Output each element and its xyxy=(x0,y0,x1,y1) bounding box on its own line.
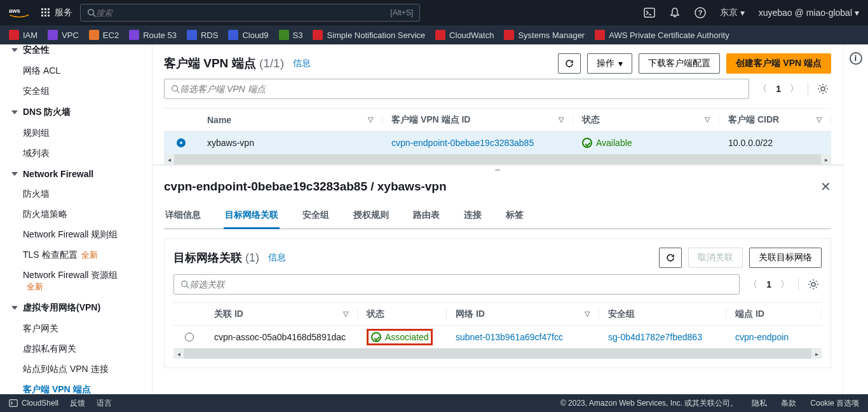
row-radio[interactable] xyxy=(177,138,186,147)
horizontal-scrollbar[interactable]: ◂▸ xyxy=(173,349,822,359)
tab[interactable]: 授权规则 xyxy=(352,203,390,229)
language-link[interactable]: 语言 xyxy=(97,398,112,409)
close-detail-button[interactable]: ✕ xyxy=(820,179,831,194)
cloudshell-icon[interactable] xyxy=(644,7,655,18)
sidebar-item[interactable]: 网络 ACL xyxy=(0,61,152,81)
service-link[interactable]: S3 xyxy=(279,30,303,40)
horizontal-scrollbar[interactable]: ◂▸ xyxy=(164,154,831,164)
gear-icon xyxy=(817,83,829,95)
sidebar-group-header[interactable]: Network Firewall xyxy=(0,164,152,184)
svg-rect-8 xyxy=(44,15,46,17)
cell-security-group[interactable]: sg-0b4d1782e7fbed863 xyxy=(599,332,726,342)
svg-rect-1 xyxy=(41,8,43,10)
filter-endpoints[interactable] xyxy=(164,79,749,99)
prev-page-button[interactable]: 〈 xyxy=(756,81,770,97)
table-row[interactable]: cvpn-assoc-05a0b4168d5891dac Associated … xyxy=(173,326,822,349)
row-radio[interactable] xyxy=(185,333,194,342)
sidebar-group-header[interactable]: 安全性 xyxy=(0,44,152,61)
sidebar-item[interactable]: 虚拟私有网关 xyxy=(0,339,152,359)
sidebar-item[interactable]: 防火墙 xyxy=(0,184,152,204)
tab[interactable]: 目标网络关联 xyxy=(224,203,280,229)
refresh-button[interactable] xyxy=(659,248,682,268)
service-icon xyxy=(595,30,605,40)
sidebar-item[interactable]: 安全组 xyxy=(0,81,152,102)
service-link[interactable]: Route 53 xyxy=(129,30,177,40)
sidebar-item[interactable]: Network Firewall 规则组 xyxy=(0,225,152,245)
sidebar-item[interactable]: 规则组 xyxy=(0,123,152,143)
tab[interactable]: 连接 xyxy=(463,203,483,229)
sidebar-item[interactable]: TLS 检查配置全新 xyxy=(0,245,152,265)
filter-input[interactable] xyxy=(180,84,742,94)
col-security-group[interactable]: 安全组 xyxy=(599,309,726,320)
create-endpoint-button[interactable]: 创建客户端 VPN 端点 xyxy=(726,53,831,74)
aws-logo[interactable]: aws xyxy=(9,7,29,19)
sidebar-item[interactable]: 客户网关 xyxy=(0,319,152,339)
next-page-button[interactable]: 〉 xyxy=(787,81,801,97)
terms-link[interactable]: 条款 xyxy=(781,398,796,409)
service-link[interactable]: AWS Private Certificate Authority xyxy=(595,30,729,40)
col-state[interactable]: 状态▽ xyxy=(573,114,719,126)
cell-endpoint-id[interactable]: cvpn-endpoint-0bebae19c3283ab85 xyxy=(383,138,573,148)
cloudshell-button[interactable]: CloudShell xyxy=(9,399,58,408)
sidebar-item[interactable]: 站点到站点 VPN 连接 xyxy=(0,359,152,380)
notifications-icon[interactable] xyxy=(669,7,681,18)
table-settings-button[interactable] xyxy=(815,81,831,97)
footer: CloudShell 反馈 语言 © 2023, Amazon Web Serv… xyxy=(0,394,868,412)
service-link[interactable]: EC2 xyxy=(89,30,119,40)
search-input[interactable] xyxy=(96,8,390,18)
service-link[interactable]: IAM xyxy=(9,30,37,40)
search-icon xyxy=(171,84,180,93)
service-link[interactable]: CloudWatch xyxy=(435,30,494,40)
global-search[interactable]: [Alt+S] xyxy=(80,4,420,22)
sidebar-item[interactable]: Network Firewall 资源组全新 xyxy=(0,265,152,297)
service-link[interactable]: VPC xyxy=(48,30,79,40)
sidebar-item[interactable]: 防火墙策略 xyxy=(0,204,152,225)
associate-button[interactable]: 关联目标网络 xyxy=(749,248,822,268)
associations-panel: 目标网络关联 (1) 信息 取消关联 关联目标网络 〈 1 xyxy=(164,238,831,368)
next-page-button[interactable]: 〉 xyxy=(778,276,792,293)
filter-input[interactable] xyxy=(189,279,733,289)
tab[interactable]: 标签 xyxy=(505,203,525,229)
info-link[interactable]: 信息 xyxy=(293,58,311,69)
tab[interactable]: 路由表 xyxy=(412,203,441,229)
status-badge: Associated xyxy=(371,332,428,342)
cell-network-id[interactable]: subnet-013b961a69cf47fcc xyxy=(447,332,599,342)
info-link[interactable]: 信息 xyxy=(268,252,286,263)
account-menu[interactable]: xuyebao @ miao-global▾ xyxy=(759,8,859,18)
cookie-link[interactable]: Cookie 首选项 xyxy=(810,398,859,409)
svg-line-11 xyxy=(93,15,96,17)
col-state[interactable]: 状态 xyxy=(358,309,447,320)
prev-page-button[interactable]: 〈 xyxy=(746,276,760,293)
table-row[interactable]: xybaws-vpn cvpn-endpoint-0bebae19c3283ab… xyxy=(164,131,831,154)
col-network-id[interactable]: 网络 ID▽ xyxy=(447,309,599,320)
feedback-link[interactable]: 反馈 xyxy=(70,398,85,409)
download-config-button[interactable]: 下载客户端配置 xyxy=(639,53,720,74)
sidebar-item[interactable]: 客户端 VPN 端点 xyxy=(0,380,152,394)
help-icon[interactable]: ? xyxy=(695,7,706,18)
refresh-button[interactable] xyxy=(558,53,581,74)
col-cidr[interactable]: 客户端 CIDR▽ xyxy=(719,114,831,126)
region-selector[interactable]: 东京▾ xyxy=(720,7,745,18)
col-name[interactable]: Name▽ xyxy=(198,115,383,125)
cell-endpoint-id[interactable]: cvpn-endpoin xyxy=(726,332,822,342)
info-panel-toggle[interactable]: i xyxy=(850,52,862,65)
page-number: 1 xyxy=(776,84,781,94)
privacy-link[interactable]: 隐私 xyxy=(752,398,767,409)
tab[interactable]: 详细信息 xyxy=(164,203,202,229)
filter-associations[interactable] xyxy=(173,274,740,295)
col-assoc-id[interactable]: 关联 ID▽ xyxy=(205,309,358,320)
service-link[interactable]: Simple Notification Service xyxy=(313,30,425,40)
service-link[interactable]: RDS xyxy=(187,30,218,40)
services-menu[interactable]: 服务 xyxy=(41,7,72,18)
col-id[interactable]: 客户端 VPN 端点 ID▽ xyxy=(383,114,573,126)
service-link[interactable]: Cloud9 xyxy=(228,30,268,40)
service-link[interactable]: Systems Manager xyxy=(504,30,585,40)
sidebar-item[interactable]: 域列表 xyxy=(0,143,152,164)
actions-button[interactable]: 操作▾ xyxy=(587,53,632,74)
table-settings-button[interactable] xyxy=(805,276,822,293)
tab[interactable]: 安全组 xyxy=(301,203,330,229)
sidebar-group-header[interactable]: 虚拟专用网络(VPN) xyxy=(0,297,152,319)
sidebar-group-header[interactable]: DNS 防火墙 xyxy=(0,102,152,123)
col-endpoint-id[interactable]: 端点 ID xyxy=(726,309,822,320)
split-handle[interactable] xyxy=(153,165,843,174)
